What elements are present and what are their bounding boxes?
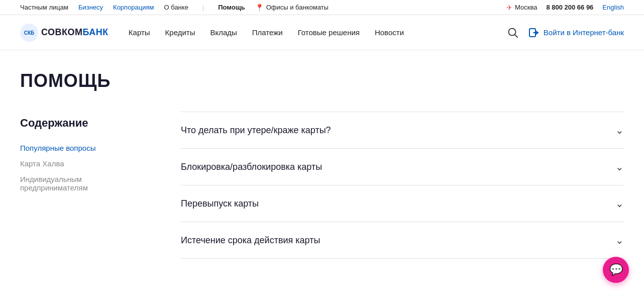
topbar-separator: | bbox=[202, 4, 204, 11]
main-nav: Карты Кредиты Вклады Платежи Готовые реш… bbox=[129, 28, 507, 37]
topbar-offices[interactable]: 📍 Офисы и банкоматы bbox=[255, 4, 329, 12]
city-label: Москва bbox=[515, 4, 537, 11]
faq-item-3[interactable]: Истечение срока действия карты ⌄ bbox=[181, 222, 624, 259]
faq-question-1: Блокировка/разблокировка карты bbox=[181, 162, 322, 172]
topbar-link-corp[interactable]: Корпорациям bbox=[113, 4, 154, 11]
nav-deposits[interactable]: Вклады bbox=[210, 28, 237, 37]
topbar-link-business[interactable]: Бизнесу bbox=[78, 4, 103, 11]
chevron-down-icon-0: ⌄ bbox=[615, 124, 624, 136]
topbar-link-help[interactable]: Помощь bbox=[218, 4, 245, 11]
topbar-link-about[interactable]: О банке bbox=[164, 4, 188, 11]
page-content: ПОМОЩЬ Содержание Популярные вопросы Кар… bbox=[0, 50, 644, 289]
faq-item-0[interactable]: Что делать при утере/краже карты? ⌄ bbox=[181, 112, 624, 149]
location-icon: 📍 bbox=[255, 4, 264, 12]
main-header: СКБ СОВКОМБАНК Карты Кредиты Вклады Плат… bbox=[0, 15, 644, 50]
city-selector[interactable]: ✈ Москва bbox=[506, 4, 537, 12]
phone-number: 8 800 200 66 96 bbox=[546, 4, 593, 11]
chevron-down-icon-2: ⌄ bbox=[615, 197, 624, 210]
sidebar-link-popular[interactable]: Популярные вопросы bbox=[20, 144, 151, 152]
faq-question-3: Истечение срока действия карты bbox=[181, 235, 320, 246]
language-switcher[interactable]: English bbox=[602, 4, 624, 11]
login-icon bbox=[528, 27, 540, 38]
top-bar: Частным лицам Бизнесу Корпорациям О банк… bbox=[0, 0, 644, 15]
offices-label: Офисы и банкоматы bbox=[266, 4, 329, 11]
faq-item-1[interactable]: Блокировка/разблокировка карты ⌄ bbox=[181, 149, 624, 185]
city-icon: ✈ bbox=[506, 4, 512, 12]
sidebar-title: Содержание bbox=[20, 117, 151, 130]
topbar-link-private[interactable]: Частным лицам bbox=[20, 4, 68, 11]
faq-question-2: Перевыпуск карты bbox=[181, 198, 259, 209]
search-button[interactable] bbox=[507, 27, 518, 38]
faq-area: Что делать при утере/краже карты? ⌄ Блок… bbox=[181, 112, 624, 259]
content-area: Содержание Популярные вопросы Карта Халв… bbox=[20, 112, 624, 259]
nav-credits[interactable]: Кредиты bbox=[165, 28, 195, 37]
sidebar: Содержание Популярные вопросы Карта Халв… bbox=[20, 112, 151, 192]
sidebar-link-entrepreneurs[interactable]: Индивидуальным предпринимателям bbox=[20, 175, 151, 192]
header-right: Войти в Интернет-банк bbox=[507, 27, 624, 38]
page-title: ПОМОЩЬ bbox=[20, 70, 624, 91]
nav-solutions[interactable]: Готовые решения bbox=[298, 28, 360, 37]
sidebar-links: Популярные вопросы Карта Халва Индивидуа… bbox=[20, 144, 151, 192]
sidebar-link-halva[interactable]: Карта Халва bbox=[20, 159, 151, 168]
chat-button[interactable]: 💬 bbox=[603, 257, 629, 283]
logo[interactable]: СКБ СОВКОМБАНК bbox=[20, 24, 109, 42]
nav-payments[interactable]: Платежи bbox=[252, 28, 283, 37]
logo-icon: СКБ bbox=[20, 24, 38, 42]
top-bar-right: ✈ Москва 8 800 200 66 96 English bbox=[506, 4, 624, 12]
chevron-down-icon-3: ⌄ bbox=[615, 234, 624, 246]
faq-item-2[interactable]: Перевыпуск карты ⌄ bbox=[181, 185, 624, 222]
login-label: Войти в Интернет-банк bbox=[544, 28, 624, 37]
login-button[interactable]: Войти в Интернет-банк bbox=[528, 27, 624, 38]
svg-line-3 bbox=[514, 34, 517, 37]
top-bar-left: Частным лицам Бизнесу Корпорациям О банк… bbox=[20, 4, 506, 12]
faq-question-0: Что делать при утере/краже карты? bbox=[181, 125, 331, 136]
chat-icon: 💬 bbox=[609, 263, 623, 276]
chevron-down-icon-1: ⌄ bbox=[615, 161, 624, 173]
logo-text: СОВКОМБАНК bbox=[41, 27, 109, 38]
svg-text:СКБ: СКБ bbox=[24, 30, 35, 36]
search-icon bbox=[507, 27, 518, 38]
nav-news[interactable]: Новости bbox=[375, 28, 404, 37]
nav-cards[interactable]: Карты bbox=[129, 28, 150, 37]
